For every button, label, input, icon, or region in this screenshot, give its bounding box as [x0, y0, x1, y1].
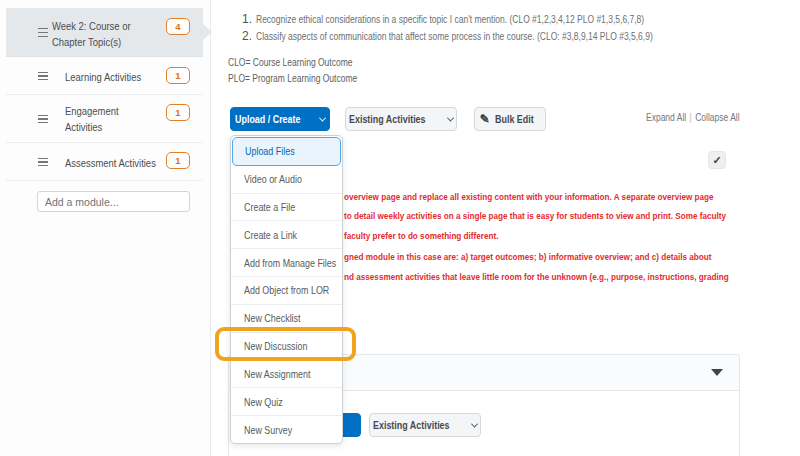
menu-item-add-from-manage-files[interactable]: Add from Manage Files	[231, 248, 342, 276]
menu-item-new-discussion[interactable]: New Discussion	[231, 332, 342, 360]
add-module-input[interactable]	[37, 191, 190, 212]
drag-handle-icon[interactable]	[38, 115, 48, 124]
link-separator: |	[686, 112, 695, 123]
module-label: Week 2: Course or Chapter Topic(s)	[52, 18, 142, 50]
menu-item-add-object-from-lor[interactable]: Add Object from LOR	[231, 276, 342, 304]
plo-note: PLO= Program Learning Outcome	[228, 73, 380, 84]
outcome-text: Recognize ethical considerations in a sp…	[256, 14, 644, 25]
chevron-down-icon	[446, 114, 453, 121]
module-sidebar: Week 2: Course or Chapter Topic(s) 4 Lea…	[0, 0, 211, 456]
menu-item-new-quiz[interactable]: New Quiz	[231, 387, 342, 415]
completion-check-button[interactable]: ✓	[708, 151, 726, 169]
existing-activities-button[interactable]: Existing Activities	[345, 107, 457, 131]
outcome-text: Classify aspects of communication that a…	[256, 31, 653, 42]
red-text-line: nd assessment activities that leave litt…	[344, 267, 729, 286]
module-label: Engagement Activities	[65, 103, 137, 135]
module-count-badge: 1	[166, 152, 190, 169]
sidebar-item-engagement-activities[interactable]: Engagement Activities 1	[6, 95, 203, 143]
module-label: Assessment Activities	[65, 155, 164, 171]
clo-note: CLO= Course Learning Outcome	[228, 57, 374, 68]
module-label: Learning Activities	[65, 69, 164, 85]
module-count-badge: 1	[166, 104, 190, 121]
list-number: 1.	[242, 12, 256, 26]
module-count-badge: 1	[166, 67, 190, 84]
drag-handle-icon[interactable]	[38, 72, 48, 81]
existing-activities-button[interactable]: Existing Activities	[369, 413, 481, 437]
collapse-all-link[interactable]: Collapse All	[695, 112, 739, 123]
expand-all-link[interactable]: Expand All	[646, 112, 686, 123]
upload-create-label: Upload / Create	[235, 113, 300, 125]
red-text-line: overview page and replace all existing c…	[344, 187, 729, 206]
sidebar-item-week2-module[interactable]: Week 2: Course or Chapter Topic(s) 4	[6, 8, 203, 57]
existing-activities-label: Existing Activities	[373, 419, 450, 431]
red-text-line: gned module in this case are: a) target …	[344, 247, 729, 266]
sidebar-item-assessment-activities[interactable]: Assessment Activities 1	[6, 143, 203, 181]
sidebar-item-learning-activities[interactable]: Learning Activities 1	[6, 57, 203, 95]
course-content-page: Week 2: Course or Chapter Topic(s) 4 Lea…	[0, 0, 800, 456]
menu-item-new-checklist[interactable]: New Checklist	[231, 304, 342, 332]
drag-handle-icon[interactable]	[38, 158, 48, 167]
drag-handle-icon[interactable]	[38, 28, 48, 37]
upload-create-dropdown-menu: Upload Files Video or Audio Create a Fil…	[230, 135, 343, 444]
menu-item-create-a-file[interactable]: Create a File	[231, 193, 342, 221]
existing-activities-label: Existing Activities	[349, 113, 426, 125]
list-number: 2.	[242, 29, 256, 43]
selected-module-notch	[203, 24, 212, 40]
menu-item-new-survey[interactable]: New Survey	[231, 415, 342, 443]
upload-create-button[interactable]: Upload / Create	[230, 107, 330, 131]
menu-item-new-assignment[interactable]: New Assignment	[231, 360, 342, 388]
instructional-red-text: overview page and replace all existing c…	[344, 187, 797, 286]
chevron-down-icon	[470, 420, 477, 427]
menu-item-video-or-audio[interactable]: Video or Audio	[231, 166, 342, 193]
check-icon: ✓	[712, 154, 721, 167]
pencil-icon: ✎	[480, 112, 490, 126]
outcome-list-item: 1. Recognize ethical considerations in a…	[242, 12, 713, 26]
red-text-line: faculty prefer to do something different…	[344, 226, 729, 245]
bulk-edit-label: Bulk Edit	[495, 113, 534, 125]
outcome-list-item: 2. Classify aspects of communication tha…	[242, 29, 723, 43]
bulk-edit-button[interactable]: ✎ Bulk Edit	[474, 107, 546, 131]
module-count-badge: 4	[166, 18, 190, 35]
collapse-caret-icon[interactable]	[711, 369, 723, 376]
menu-item-upload-files[interactable]: Upload Files	[232, 137, 341, 166]
expand-collapse-links: Expand All|Collapse All	[646, 112, 756, 123]
chevron-down-icon	[319, 114, 326, 121]
menu-item-create-a-link[interactable]: Create a Link	[231, 220, 342, 248]
red-text-line: to detail weekly activities on a single …	[344, 206, 729, 225]
